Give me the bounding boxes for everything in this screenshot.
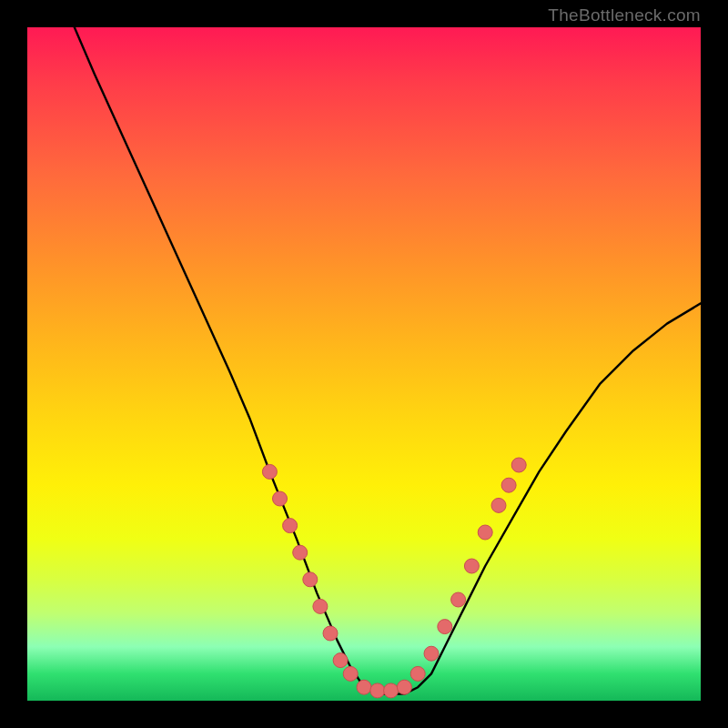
- curve-marker: [273, 491, 288, 506]
- curve-marker: [478, 525, 492, 540]
- curve-marker: [303, 572, 318, 587]
- curve-marker: [438, 620, 452, 634]
- curve-marker: [424, 646, 439, 661]
- curve-marker: [451, 592, 466, 607]
- curve-marker: [384, 683, 399, 698]
- bottleneck-curve-path: [75, 27, 701, 694]
- curve-marker: [357, 680, 371, 694]
- watermark-text: TheBottleneck.com: [548, 5, 701, 25]
- curve-marker: [313, 599, 328, 613]
- chart-frame: TheBottleneck.com: [0, 0, 728, 728]
- marker-layer: [262, 458, 526, 698]
- bottleneck-curve-svg: [27, 27, 701, 701]
- curve-marker: [370, 683, 385, 698]
- curve-marker: [464, 559, 479, 573]
- curve-marker: [283, 519, 298, 533]
- curve-marker: [343, 666, 358, 681]
- curve-marker: [293, 545, 308, 560]
- curve-marker: [491, 498, 506, 512]
- curve-marker: [323, 626, 338, 641]
- plot-area: [27, 27, 701, 701]
- curve-marker: [511, 458, 526, 472]
- curve-marker: [501, 478, 516, 492]
- curve-marker: [333, 653, 348, 668]
- curve-marker: [410, 666, 425, 681]
- curve-marker: [397, 680, 411, 694]
- curve-layer: [75, 27, 701, 694]
- curve-marker: [262, 464, 277, 479]
